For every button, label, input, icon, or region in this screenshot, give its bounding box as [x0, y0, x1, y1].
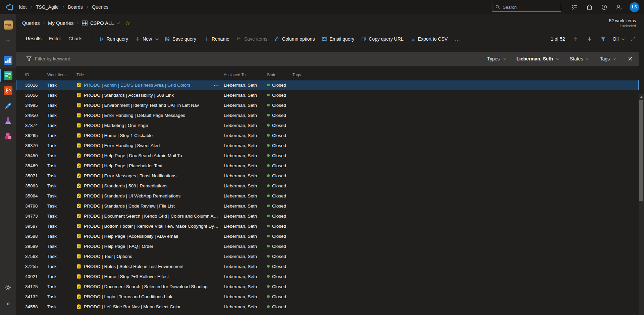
email-query-button[interactable]: Email query — [318, 33, 358, 45]
work-item-title-link[interactable]: PRODO | Error Handling | Default Page Me… — [84, 113, 185, 118]
table-row[interactable]: 34175TaskPRODO | Document Search | Selec… — [16, 281, 639, 291]
more-actions-button[interactable]: … — [451, 36, 464, 42]
column-header-work-item-type[interactable]: Work Item… — [47, 73, 76, 77]
azure-devops-logo-icon[interactable] — [5, 3, 14, 11]
sidebar-item-pipelines[interactable] — [0, 98, 16, 113]
work-item-title-link[interactable]: PRODO | Help Page | Doc Search Admin Mai… — [84, 153, 182, 158]
user-avatar[interactable]: LS — [630, 2, 639, 12]
table-row[interactable]: 34798TaskPRODO | Standards | Code Review… — [16, 201, 639, 211]
table-row[interactable]: 34995TaskPRODO | Environment | Identify … — [16, 100, 639, 110]
work-item-title-link[interactable]: PRODO | Home | Step 1 Clickable — [84, 133, 153, 138]
table-row[interactable]: 37374TaskPRODO | Marketing | One PageLie… — [16, 120, 639, 130]
previous-item-arrow-icon[interactable] — [572, 35, 580, 43]
table-row[interactable]: 40021TaskPRODO | Home | Step 2+3 Rollove… — [16, 271, 639, 281]
work-item-title-link[interactable]: PRODO | Bottom Footer | Remove Vital Few… — [84, 224, 220, 229]
work-item-title-link[interactable]: PRODO | Login | Terms and Conditions Lin… — [84, 294, 172, 299]
breadcrumb-queries[interactable]: Queries — [92, 4, 108, 10]
sidebar-item-repos[interactable] — [0, 83, 16, 98]
sidebar-item-overview[interactable] — [0, 53, 16, 68]
work-item-title-link[interactable]: PRODO | Home | Step 2+3 Rollover Effect — [84, 274, 169, 279]
column-header-title[interactable]: Title — [76, 73, 224, 77]
expand-sidebar-icon[interactable]: » — [0, 296, 16, 311]
sidebar-item-boards[interactable] — [0, 68, 16, 83]
table-row[interactable]: 34950TaskPRODO | Error Handling | Defaul… — [16, 110, 639, 120]
table-row[interactable]: 37563TaskPRODO | Tour | OptionsLieberman… — [16, 251, 639, 261]
table-row[interactable]: 35084TaskPRODO | Standards | UI WebApp R… — [16, 191, 639, 201]
table-row[interactable]: 34558TaskPRODO | Left Side Bar Nav | Men… — [16, 302, 639, 312]
work-item-title-link[interactable]: PRODO | Standards | 508 | Remediations — [84, 183, 167, 188]
query-name-dropdown[interactable]: C3PO ALL — [82, 20, 119, 26]
filter-keyword-input[interactable] — [35, 56, 487, 61]
export-to-csv-button[interactable]: Export to CSV — [407, 33, 451, 45]
table-row[interactable]: 35016TaskPRODO | Admin | EDMS Business A… — [16, 80, 639, 90]
new-button[interactable]: New — [132, 33, 161, 45]
work-item-title-link[interactable]: PRODO | Help Page | FAQ | Order — [84, 244, 153, 249]
sidebar-item-test-plans[interactable] — [0, 113, 16, 128]
global-search-input[interactable] — [503, 5, 562, 10]
work-item-title-link[interactable]: PRODO | Error Handling | Sweet Alert — [84, 143, 160, 148]
tab-charts[interactable]: Charts — [65, 32, 86, 46]
table-row[interactable]: 36265TaskPRODO | Home | Step 1 Clickable… — [16, 130, 639, 140]
breadcrumb-boards[interactable]: Boards — [68, 4, 83, 10]
work-item-title-link[interactable]: PRODO | Standards | Code Review | File L… — [84, 204, 175, 209]
save-query-button[interactable]: Save query — [161, 33, 200, 45]
breadcrumb-org[interactable]: fdot — [19, 4, 26, 10]
work-item-title-link[interactable]: PRODO | Tour | Options — [84, 254, 132, 259]
sidebar-item-artifacts[interactable] — [0, 128, 16, 143]
table-row[interactable]: 39588TaskPRODO | Help Page | Accessibili… — [16, 231, 639, 241]
vertical-scrollbar[interactable] — [639, 94, 644, 315]
work-item-title-link[interactable]: PRODO | Marketing | One Page — [84, 123, 148, 128]
help-icon[interactable]: ? — [597, 0, 611, 14]
table-row[interactable]: 34132TaskPRODO | Login | Terms and Condi… — [16, 291, 639, 302]
table-row[interactable]: 35450TaskPRODO | Help Page | Doc Search … — [16, 150, 639, 161]
table-row[interactable]: 35469TaskPRODO | Help Page | Placeholder… — [16, 161, 639, 171]
work-item-title-link[interactable]: PRODO | Left Side Bar Nav | Menu Select … — [84, 304, 180, 309]
work-item-title-link[interactable]: PRODO | Environment | Identify Test and … — [84, 103, 199, 108]
work-item-title-link[interactable]: PRODO | Standards | Accessibility | 508 … — [84, 93, 174, 98]
table-row[interactable]: 39589TaskPRODO | Help Page | FAQ | Order… — [16, 241, 639, 251]
close-filter-icon[interactable] — [628, 56, 633, 61]
table-row[interactable]: 37255TaskPRODO | Roles | Select Role in … — [16, 261, 639, 271]
work-item-title-link[interactable]: PRODO | Roles | Select Role in Test Envi… — [84, 264, 183, 269]
work-item-title-link[interactable]: PRODO | Document Search | Kendo Grid | C… — [84, 214, 220, 219]
live-updates-toggle[interactable]: Off — [613, 36, 624, 42]
column-options-button[interactable]: Column options — [271, 33, 318, 45]
table-row[interactable]: 35083TaskPRODO | Standards | 508 | Remed… — [16, 181, 639, 191]
filter-funnel-icon[interactable] — [599, 35, 608, 43]
table-row[interactable]: 35071TaskPRODO | Error Messages | Toast … — [16, 171, 639, 181]
work-item-title-link[interactable]: PRODO | Error Messages | Toast Notificat… — [84, 173, 176, 178]
run-query-button[interactable]: Run query — [96, 33, 132, 45]
save-items-button[interactable]: Save items — [233, 33, 271, 45]
filter-assigned-to-dropdown[interactable]: Lieberman, Seth — [517, 56, 558, 61]
work-item-title-link[interactable]: PRODO | Help Page | Placeholder Text — [84, 163, 162, 168]
copy-query-url-button[interactable]: Copy query URL — [358, 33, 407, 45]
tab-results[interactable]: Results — [22, 32, 45, 46]
next-item-arrow-icon[interactable] — [585, 35, 594, 43]
scrollbar-thumb[interactable] — [639, 100, 643, 201]
breadcrumb-project[interactable]: TSG_Agile — [36, 4, 59, 10]
filter-tags-dropdown[interactable]: Tags — [600, 56, 615, 61]
rename-button[interactable]: Rename — [200, 33, 233, 45]
work-item-title-link[interactable]: PRODO | Document Search | Selected for D… — [84, 284, 208, 289]
favorite-star-icon[interactable]: ☆ — [125, 19, 130, 27]
table-row[interactable]: 34773TaskPRODO | Document Search | Kendo… — [16, 211, 639, 221]
row-context-menu-button[interactable]: ··· — [212, 83, 220, 88]
work-item-title-link[interactable]: PRODO | Help Page | Accessibility | ADA … — [84, 234, 178, 239]
my-queries-link[interactable]: My Queries — [48, 20, 74, 26]
queries-link[interactable]: Queries — [22, 20, 40, 26]
work-item-title-link[interactable]: PRODO | Admin | EDMS Business Area | Gri… — [84, 83, 190, 88]
work-item-title-link[interactable]: PRODO | Standards | UI WebApp Remediatio… — [84, 193, 180, 198]
fullscreen-icon[interactable] — [629, 35, 637, 43]
task-list-icon[interactable] — [567, 0, 582, 14]
project-settings-gear-icon[interactable] — [0, 280, 16, 295]
column-header-id[interactable]: ID — [16, 73, 47, 77]
column-header-state[interactable]: State — [267, 73, 292, 77]
sidebar-item-project[interactable]: TSG — [0, 17, 16, 33]
table-row[interactable]: 35056TaskPRODO | Standards | Accessibili… — [16, 90, 639, 100]
filter-states-dropdown[interactable]: States — [570, 56, 589, 61]
scroll-up-arrow-icon[interactable] — [639, 94, 644, 99]
sidebar-item-add[interactable]: + — [0, 33, 16, 48]
column-header-assigned-to[interactable]: Assigned To — [224, 73, 267, 77]
tab-editor[interactable]: Editor — [45, 32, 65, 46]
table-row[interactable]: 39587TaskPRODO | Bottom Footer | Remove … — [16, 221, 639, 231]
